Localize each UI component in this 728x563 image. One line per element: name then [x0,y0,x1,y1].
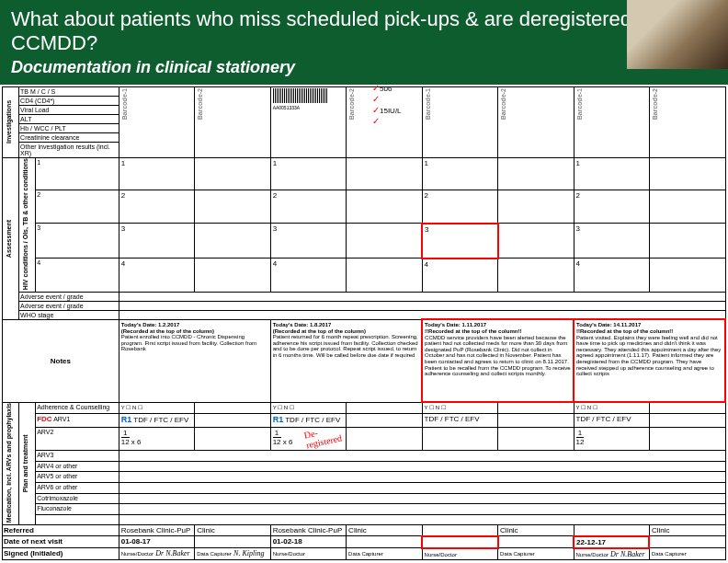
fdc-row: FDC ARV1 [36,414,119,428]
check-crcl: ✓ [372,116,380,126]
col-date-6: Barcode-1 [574,86,649,157]
notes-label: Notes [3,319,119,402]
ref1: Rosebank Clinic-PuP [119,525,194,536]
notes4-date: Today's Date: 14.11.2017 [576,322,641,327]
nurse4: Nurse/Doctor [576,552,609,557]
blank-med [36,514,119,525]
fdc-c4: TDF / FTC / EFV [574,414,649,428]
sig1b: N. Kipling [233,549,264,557]
col-date-4: Barcode-1 [422,86,497,157]
nv1: 01-08-17 [119,536,194,548]
s4b: Data Capturer [649,548,725,560]
row-crcl: Creatinine clearance [19,132,119,142]
notes1-date: Today's Date: 1.2.2017 [121,322,180,327]
dc4: Data Capturer [652,551,687,557]
s2: Nurse/Doctor [270,548,346,560]
row-cd4: CD4 (CD4*) [19,96,119,105]
signed-label: Signed (Initialed) [3,548,119,560]
arv2-c1: 112 x 6 [119,428,194,451]
dc2: Data Capturer [348,551,383,557]
arv2-c4: 112 [574,428,649,451]
col-date-7: Barcode-2 [649,86,725,157]
header-photo [627,0,728,69]
row-vl: Viral Load [19,105,119,114]
tdf-1: TDF / FTC / EFV [133,416,188,424]
who: WHO stage [19,310,119,319]
notes1-sub: (Recorded at the top of the column) [121,328,214,334]
c1c: 1 [270,157,346,190]
notes3-body: CCMDD service providers have been alerte… [425,335,571,377]
tdf-2: TDF / FTC / EFV [285,416,340,424]
arv5-label: ARV5 or other [36,472,119,483]
barcode-text: AA0051333A [273,105,344,110]
ref4b: Clinic [649,525,725,536]
nurse3: Nurse/Doctor [425,552,457,557]
notes3-date: Today's Date: 1.11.2017 [425,322,486,327]
nextvisit-label: Date of next visit [3,536,119,548]
cond-1: 1 [36,157,119,190]
arv2-c2: 112 x 6 De-registered fromCCMDD Program [270,428,346,451]
c1b [195,157,270,190]
cond-3: 3 [36,224,119,259]
c1e: 1 [422,157,497,190]
x6-2: x 6 [283,438,293,446]
medication-label: Medication, incl. ARVs and prophylaxis [3,402,19,524]
clinical-stationery-form: Investigations TB M / C / S Barcode-1 Ba… [0,85,728,563]
notes2-body: Patient returned for 6 month repeat pres… [273,334,418,358]
tdf-4: TDF / FTC / EFV [576,415,631,423]
s4: Nurse/Doctor Dr N.Baker [574,548,649,560]
row-alt: ALT [19,114,119,123]
s1b: Data Capturer N. Kipling [195,548,270,560]
notes2-sub: (Recorded at the top of the column) [273,328,366,334]
r1-2: R1 [273,415,284,424]
fdc-c3: TDF / FTC / EFV [422,414,497,428]
fdc-label: FDC [37,415,51,423]
x6-1: x 6 [131,438,142,446]
sig1a: Dr N.Baker [155,549,189,557]
ref1b: Clinic [195,525,270,536]
cond-2: 2 [36,190,119,224]
nurse1: Nurse/Doctor [121,551,154,557]
notes-col3: Today's Date: 1.11.2017 !!Recorded at th… [422,319,574,402]
c1a: 1 [119,157,194,190]
arv3-label: ARV3 [36,451,119,462]
form-table: Investigations TB M / C / S Barcode-1 Ba… [2,86,726,560]
notes3-sub: !!Recorded at the top of the column!! [425,328,521,334]
fdc-c2: R1 TDF / FTC / EFV [270,414,346,428]
header-title: What about patients who miss scheduled p… [11,7,717,56]
fluc-label: Fluconazole [36,504,119,515]
dc1: Data Capturer [197,551,232,557]
ae1: Adverse event / grade [19,292,119,301]
notes-col2: Today's Date: 1.8.2017 (Recorded at the … [270,319,422,402]
c1g: 1 [574,157,649,190]
nurse2: Nurse/Doctor [273,551,305,557]
ref3b: Clinic [498,525,574,536]
fdc-c1: R1 TDF / FTC / EFV [119,414,194,428]
nv4: 22-12-17 [574,536,649,548]
notes4-sub: !!Recorded at the top of the column!! [576,328,673,334]
stamp-l1: De-registered from [302,428,342,451]
check-vl: ✓ [372,94,380,104]
arv4-label: ARV4 or other [36,461,119,472]
row-other: Other investigation results (incl. XR) [19,142,119,157]
r1-1: R1 [121,415,132,424]
adherence-label: Adherence & Counselling [36,402,119,413]
nv2: 01-02-18 [270,536,346,548]
header-subtitle: Documentation in clinical stationery [11,58,717,77]
ae2: Adverse event / grade [19,301,119,310]
val-506: 506 [380,85,392,93]
deregistered-stamp: De-registered fromCCMDD Program [302,428,346,451]
col-date-5: Barcode-2 [498,86,574,157]
referred-label: Referred [3,525,119,536]
cotrim-label: Cotrimoxazole [36,493,119,504]
c1f [498,157,574,190]
plan-label: Plan and treatment [19,402,36,524]
notes4-body: Patient visited. Explains they were feel… [576,335,721,377]
c1h [649,157,725,190]
sig4a: Dr N.Baker [610,550,644,558]
notes-col4: Today's Date: 14.11.2017 !!Recorded at t… [574,319,725,402]
nv3-blank [422,536,497,548]
cond-4: 4 [36,259,119,293]
conditions-label: HIV conditions / OIs, TB & other conditi… [19,157,36,292]
check-alt: ✓15IU/L [372,105,402,115]
